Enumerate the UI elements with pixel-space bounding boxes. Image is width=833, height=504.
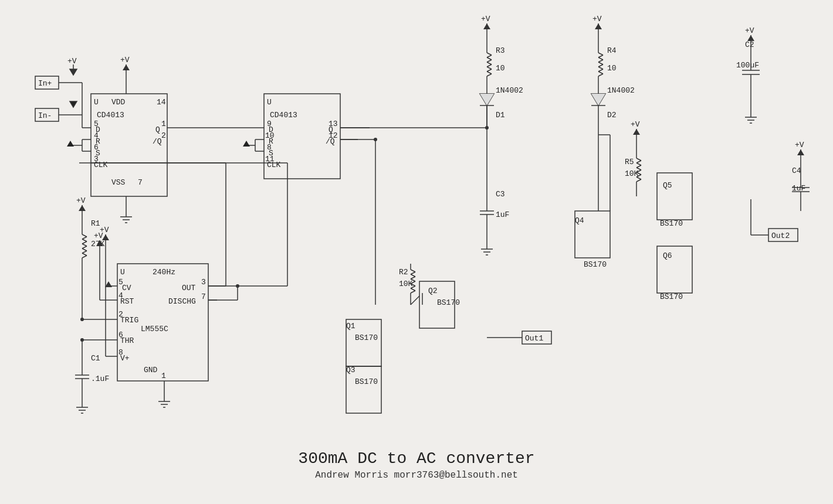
schematic-canvas [0, 0, 833, 504]
subtitle: Andrew Morris morr3763@bellsouth.net [0, 470, 833, 481]
title-area: 300mA DC to AC converter Andrew Morris m… [0, 449, 833, 481]
main-title: 300mA DC to AC converter [0, 449, 833, 468]
